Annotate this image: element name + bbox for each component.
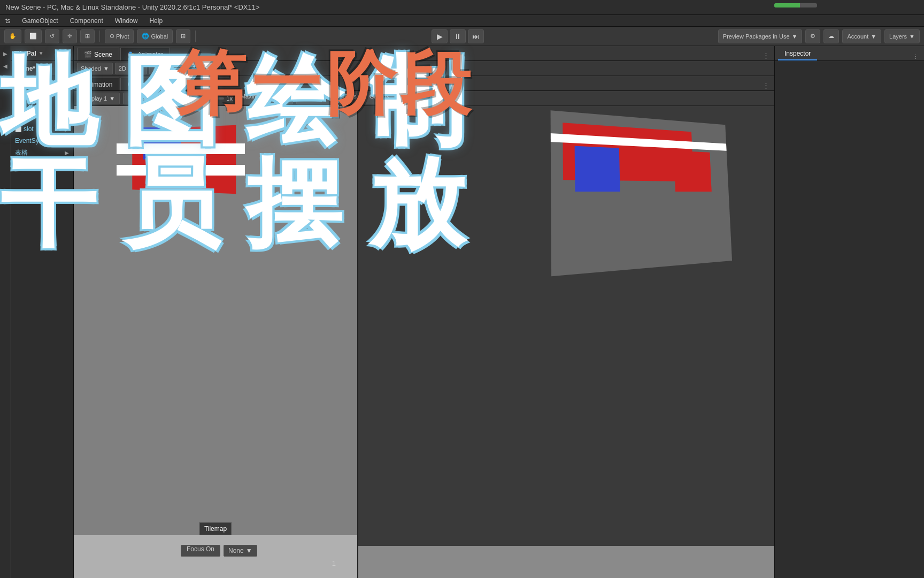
animation-tab[interactable]: Animation	[77, 78, 119, 90]
layer-count: 0	[194, 65, 197, 72]
hierarchy-item-operpanel[interactable]: operPanel ▶	[11, 111, 73, 123]
mini-btn-2[interactable]: ◀	[1, 61, 9, 71]
display-arrow: ▼	[109, 95, 115, 102]
viewport-container: Tilemap Focus On None ▼ 1	[74, 106, 774, 578]
pause-button[interactable]: ⏸	[450, 29, 466, 43]
gizmos-label: Gizmos	[369, 93, 389, 100]
mini-btn-1[interactable]: ▶	[1, 49, 9, 59]
aspect-dropdown[interactable]: Free Aspect ▼	[123, 93, 172, 104]
game-3d-base	[551, 110, 732, 276]
play-icon: ▶	[437, 32, 443, 41]
display-dropdown[interactable]: Display 1 ▼	[78, 93, 120, 104]
game-tab[interactable]: Game	[120, 78, 152, 90]
gizmos-dropdown[interactable]: 📷 0 ⊞ ➤ ✕	[181, 63, 221, 74]
left-panel: Tile Pal ▼ ⋮ Scene* ⋮ 📷 ain Camera 灯光 ▶ …	[11, 46, 74, 578]
scale-slider[interactable]	[192, 97, 224, 100]
scale-tool-btn[interactable]: ✛	[63, 29, 77, 43]
tile-palette-label: Tile Pal	[14, 50, 36, 57]
canvas-label: 画布	[21, 101, 34, 110]
game-red-sq	[674, 151, 711, 192]
inspector-content	[775, 61, 924, 578]
cloud-btn[interactable]: ☁	[823, 29, 839, 43]
white-stripe1	[117, 143, 245, 154]
stats-btn[interactable]: Stats	[338, 93, 361, 104]
tile-palette-tab-icon: ▼	[38, 50, 44, 56]
hierarchy-item-table[interactable]: 表格 ▶	[11, 147, 73, 158]
scene-tab[interactable]: 🎬 Scene	[77, 48, 119, 60]
focus-none-dropdown[interactable]: None ▼	[224, 545, 257, 557]
tmanager-label: tManager	[15, 161, 42, 168]
focus-on-btn[interactable]: Focus On	[181, 545, 220, 557]
slot-arrow: ▶	[65, 126, 69, 132]
step-button[interactable]: ⏭	[468, 29, 484, 43]
game-view[interactable]	[357, 106, 774, 578]
hierarchy-item-light[interactable]: 灯光	[11, 88, 73, 100]
hierarchy-item-tmanager[interactable]: tManager ▶	[11, 158, 73, 170]
mini-btn-3[interactable]: ▷	[1, 73, 9, 83]
audio-btn[interactable]: 🔊	[149, 63, 164, 74]
grid-btn[interactable]: ⊞	[176, 29, 190, 43]
preview-packages-btn[interactable]: Preview Packages in Use ▼	[718, 29, 803, 43]
table-label: 表格	[15, 148, 28, 157]
2d-label: 2D	[119, 65, 126, 72]
canvas-arrow: ▶	[15, 103, 19, 109]
inspector-menu[interactable]: ⋮	[913, 54, 921, 60]
menu-window[interactable]: Window	[112, 16, 141, 26]
scene-view[interactable]: Tilemap Focus On None ▼ 1	[74, 106, 357, 578]
animator-tab-icon: 🎭	[127, 51, 135, 58]
settings-btn[interactable]: ⚙	[805, 29, 820, 43]
play-button[interactable]: ▶	[432, 29, 448, 43]
scene-tab-menu[interactable]: ⋮	[760, 50, 771, 60]
rotate-tool-btn[interactable]: ↺	[45, 29, 59, 43]
pivot-label: Pivot	[116, 33, 129, 40]
layers-btn[interactable]: Layers ▼	[884, 29, 920, 43]
cloud-icon: ☁	[828, 33, 834, 40]
hierarchy-item-eventsystem[interactable]: EventSystem	[11, 135, 73, 147]
global-btn[interactable]: 🌐 Global	[137, 29, 173, 43]
hierarchy-menu[interactable]: ⋮	[64, 65, 70, 72]
menu-help[interactable]: Help	[147, 16, 165, 26]
tile-palette-header: Tile Pal ▼ ⋮	[11, 46, 73, 61]
2d-btn[interactable]: 2D	[115, 63, 130, 74]
fx-btn[interactable]: ✦	[166, 63, 179, 74]
menu-component[interactable]: Component	[67, 16, 106, 26]
dropdown-arrow: ▼	[792, 33, 798, 40]
transform-icon: ⊞	[85, 33, 90, 40]
animator-tab[interactable]: 🎭 Animator	[120, 48, 170, 60]
global-label: Global	[151, 33, 168, 40]
hand-tool-btn[interactable]: ✋	[4, 29, 21, 43]
menu-ts[interactable]: ts	[3, 16, 13, 26]
account-btn[interactable]: Account ▼	[842, 29, 881, 43]
right-panel: Inspector ⋮	[774, 46, 924, 578]
gizmos-icon: 📷	[184, 65, 192, 72]
hierarchy-item-main-camera[interactable]: 📷 ain Camera	[11, 76, 73, 88]
hierarchy-item-canvas[interactable]: ▶ 画布	[11, 100, 73, 111]
rect-tool-btn[interactable]: ⬜	[25, 29, 42, 43]
layers-arrow: ▼	[909, 33, 915, 40]
scene-hierarchy: Scene* ⋮ 📷 ain Camera 灯光 ▶ 画布 operPanel …	[11, 61, 73, 578]
game-tab-menu[interactable]: ⋮	[760, 80, 771, 90]
shading-dropdown[interactable]: Shaded ▼	[77, 63, 113, 74]
gizmos-btn[interactable]: Gizmos	[365, 93, 394, 104]
hierarchy-title: Scene*	[14, 65, 35, 72]
mute-label: Mute Audio	[301, 93, 330, 100]
mute-audio-btn[interactable]: Mute Audio	[296, 93, 335, 104]
lighting-btn[interactable]: 💡	[132, 63, 147, 74]
page-number: 1	[332, 559, 336, 567]
camera-icon: 📷	[15, 79, 21, 85]
separator2	[195, 31, 196, 42]
menu-gameobject[interactable]: GameObject	[19, 16, 60, 26]
pivot-btn[interactable]: ⊙ Pivot	[105, 29, 134, 43]
transform-tool-btn[interactable]: ⊞	[80, 29, 95, 43]
hierarchy-item-slot[interactable]: ⬜ slot ▶	[11, 123, 73, 135]
main-layout: ▶ ◀ ▷ Tile Pal ▼ ⋮ Scene* ⋮ 📷 ain Camera…	[0, 46, 924, 578]
maximize-on-play-btn[interactable]: Maximize On Play	[236, 93, 293, 104]
slot-label: slot	[24, 125, 34, 133]
page-num-value: 1	[332, 559, 336, 567]
rotate-icon: ↺	[50, 33, 55, 40]
tile-palette-menu[interactable]: ⋮	[64, 50, 70, 57]
shading-arrow: ▼	[103, 65, 109, 72]
shading-label: Shaded	[81, 65, 101, 72]
stats-label: Stats	[343, 93, 357, 100]
inspector-tab[interactable]: Inspector	[778, 48, 817, 60]
